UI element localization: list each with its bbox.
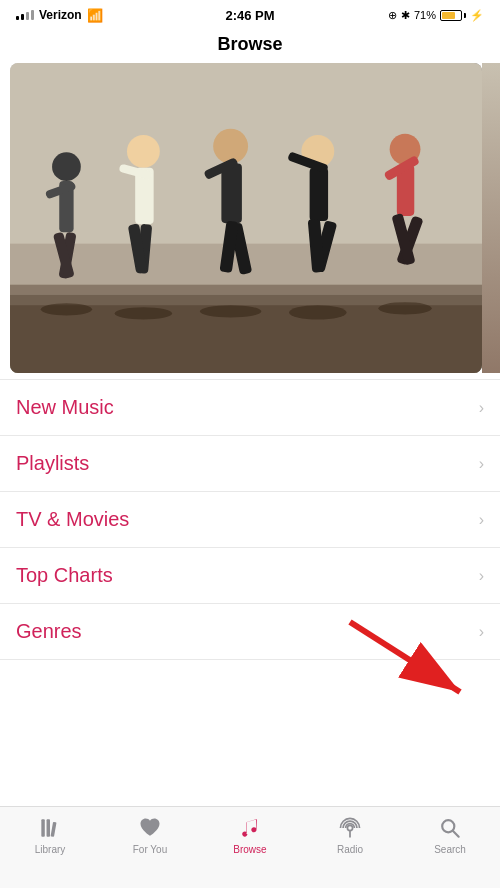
battery-icon (440, 10, 466, 21)
svg-point-32 (289, 305, 346, 319)
heart-icon (137, 815, 163, 841)
chevron-icon-new-music: › (479, 399, 484, 417)
chevron-icon-playlists: › (479, 455, 484, 473)
menu-item-genres[interactable]: Genres › (0, 604, 500, 660)
menu-item-tv-movies[interactable]: TV & Movies › (0, 492, 500, 548)
status-right: ⊕ ✱ 71% ⚡ (388, 9, 484, 22)
battery-fill (442, 12, 455, 19)
chevron-icon-genres: › (479, 623, 484, 641)
tab-browse-label: Browse (233, 844, 266, 855)
menu-item-new-music[interactable]: New Music › (0, 380, 500, 436)
tab-item-browse[interactable]: Browse (200, 815, 300, 855)
carrier-label: Verizon (39, 8, 82, 22)
tab-item-for-you[interactable]: For You (100, 815, 200, 855)
svg-rect-19 (310, 168, 328, 221)
svg-rect-36 (41, 819, 44, 836)
tab-bar: Library For You Browse Radio Search (0, 806, 500, 888)
svg-point-39 (347, 825, 352, 830)
library-icon (37, 815, 63, 841)
new-music-label: New Music (16, 396, 114, 419)
content-area: Browse (0, 28, 500, 806)
hero-right-peek (482, 63, 500, 373)
charging-icon: ⚡ (470, 9, 484, 22)
music-note-icon (237, 815, 263, 841)
tab-search-label: Search (434, 844, 466, 855)
svg-rect-14 (221, 164, 242, 224)
tab-item-search[interactable]: Search (400, 815, 500, 855)
svg-point-3 (52, 152, 81, 181)
status-bar: Verizon 📶 2:46 PM ⊕ ✱ 71% ⚡ (0, 0, 500, 28)
chevron-icon-tv-movies: › (479, 511, 484, 529)
tab-radio-label: Radio (337, 844, 363, 855)
svg-rect-37 (47, 819, 50, 836)
svg-point-29 (41, 303, 92, 315)
svg-point-8 (127, 135, 160, 168)
tab-item-library[interactable]: Library (0, 815, 100, 855)
time-label: 2:46 PM (225, 8, 274, 23)
svg-rect-38 (51, 822, 57, 837)
search-icon (437, 815, 463, 841)
genres-label: Genres (16, 620, 82, 643)
location-icon: ⊕ (388, 9, 397, 22)
menu-list: New Music › Playlists › TV & Movies › To… (0, 379, 500, 660)
top-charts-label: Top Charts (16, 564, 113, 587)
svg-point-33 (378, 302, 431, 314)
signal-bars (16, 10, 34, 20)
svg-point-13 (213, 129, 248, 164)
tv-movies-label: TV & Movies (16, 508, 129, 531)
hero-svg (10, 63, 482, 373)
radio-icon (337, 815, 363, 841)
svg-point-31 (200, 305, 262, 317)
battery-tip (464, 13, 466, 18)
hero-image-container[interactable] (0, 63, 500, 373)
chevron-icon-top-charts: › (479, 567, 484, 585)
playlists-label: Playlists (16, 452, 89, 475)
tab-item-radio[interactable]: Radio (300, 815, 400, 855)
menu-item-top-charts[interactable]: Top Charts › (0, 548, 500, 604)
hero-main-image[interactable] (10, 63, 482, 373)
bluetooth-icon: ✱ (401, 9, 410, 22)
tab-for-you-label: For You (133, 844, 167, 855)
page-title: Browse (0, 28, 500, 63)
tab-library-label: Library (35, 844, 66, 855)
menu-item-playlists[interactable]: Playlists › (0, 436, 500, 492)
battery-pct: 71% (414, 9, 436, 21)
status-left: Verizon 📶 (16, 8, 103, 23)
svg-line-42 (453, 831, 459, 837)
svg-point-30 (115, 307, 172, 319)
wifi-icon: 📶 (87, 8, 103, 23)
